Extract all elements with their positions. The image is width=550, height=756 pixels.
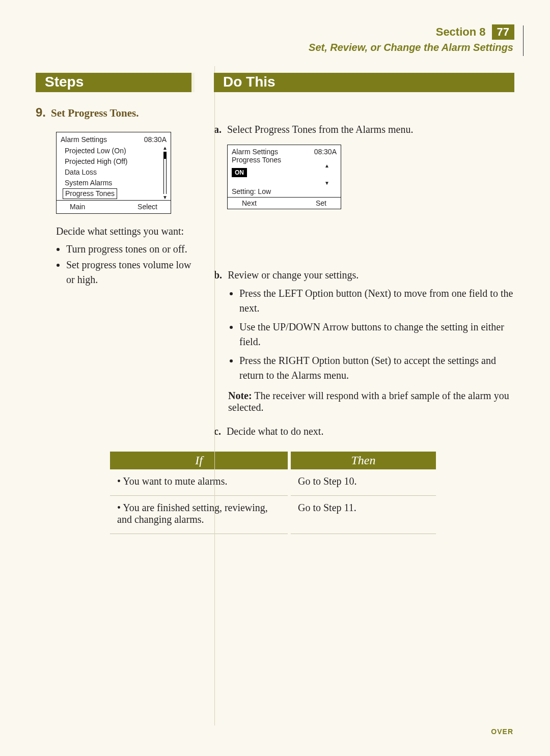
table-head-if: If [110,452,289,469]
lcd1-title: Alarm Settings [61,135,107,145]
steps-column: Steps 9. Set Progress Tones. Alarm Setti… [36,73,204,442]
lcd1-item: Projected Low (On) [65,146,167,156]
manual-page: Section 8 77 Set, Review, or Change the … [0,0,550,756]
lcd1-time: 08:30A [144,135,167,145]
steps-heading: Steps [36,73,195,92]
lcd1-item: Projected High (Off) [65,156,167,167]
lcd-progress-tones: Alarm Settings 08:30A Progress Tones ON … [227,145,341,209]
lcd-alarm-menu: Alarm Settings 08:30A Projected Low (On)… [56,132,171,214]
lcd2-on-value: ON [232,168,247,177]
substep-b: b. Review or change your settings. [214,269,514,281]
lcd2-subtitle: Progress Tones [228,156,341,166]
substep-b-list: Press the LEFT Option button (Next) to m… [228,286,514,383]
over-marker: OVER [491,727,513,736]
lcd2-softkey-right: Set [316,199,326,207]
then-cell: Go to Step 11. [289,496,436,534]
note: Note: The receiver will respond with a b… [228,390,514,413]
step-title: Set Progress Tones. [51,107,139,119]
table-row: You want to mute alarms. Go to Step 10. [110,469,436,496]
substep-letter: c. [214,426,221,437]
substep-text: Select Progress Tones from the Alarms me… [227,124,413,135]
lcd1-item-selected: Progress Tones [65,188,167,200]
if-cell: You want to mute alarms. [110,469,289,496]
decide-intro: Decide what settings you want: [56,224,195,239]
page-number: 77 [492,24,514,40]
then-cell: Go to Step 10. [289,469,436,496]
page-header: Section 8 77 Set, Review, or Change the … [36,24,514,53]
do-this-column: Do This a. Select Progress Tones from th… [204,73,514,442]
lcd1-softkey-left: Main [70,202,85,212]
step-heading: 9. Set Progress Tones. [36,105,195,120]
do-this-heading: Do This [214,73,514,92]
column-divider [214,66,215,725]
arrow-down-icon: ▼ [324,181,329,186]
if-cell: You are finished setting, reviewing, and… [110,496,289,534]
decide-list: Turn progress tones on or off. Set progr… [57,242,195,287]
substep-letter: b. [214,269,222,281]
lcd1-softkey-right: Select [138,202,157,212]
note-label: Note: [228,390,252,401]
table-row: You are finished setting, reviewing, and… [110,496,436,534]
substep-a: a. Select Progress Tones from the Alarms… [214,124,514,135]
list-item: Turn progress tones on or off. [66,242,195,257]
lcd2-arrows: ▲ ▼ [324,163,329,186]
substep-letter: a. [214,124,222,135]
scroll-down-icon: ▼ [162,195,168,200]
list-item: Set progress tones volume low or high. [66,258,195,287]
section-label: Section 8 [436,25,486,39]
list-item: Press the RIGHT Option button (Set) to a… [239,353,514,383]
lcd1-item: System Alarms [65,178,167,188]
step-number: 9. [36,105,46,119]
table-head-then: Then [289,452,436,469]
lcd1-scrollbar: ▲ ▼ [162,146,168,200]
page-subtitle: Set, Review, or Change the Alarm Setting… [36,42,514,53]
note-text: The receiver will respond with a brief s… [228,390,509,413]
if-then-table: If Then You want to mute alarms. Go to S… [110,452,436,534]
scroll-up-icon: ▲ [162,146,168,151]
lcd2-setting: Setting: Low [228,177,341,197]
list-item: Press the LEFT Option button (Next) to m… [239,286,514,316]
lcd2-softkey-left: Next [242,199,257,207]
lcd1-item: Data Loss [65,167,167,178]
lcd2-title: Alarm Settings [232,148,278,156]
lcd2-time: 08:30A [314,148,337,156]
substep-text: Decide what to do next. [227,426,324,437]
list-item: Use the UP/DOWN Arrow buttons to change … [239,320,514,349]
substep-text: Review or change your settings. [228,269,359,281]
substep-c: c. Decide what to do next. [214,426,514,437]
arrow-up-icon: ▲ [324,163,329,169]
